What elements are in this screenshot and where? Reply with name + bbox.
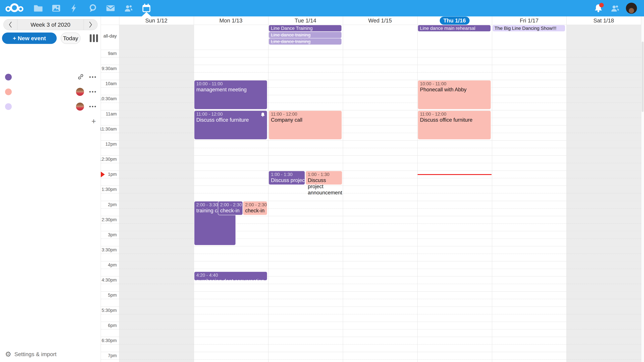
calendar-actions-menu-icon[interactable]: •••: [89, 103, 97, 111]
week-view-switcher-icon[interactable]: [88, 32, 100, 44]
half-hour-line: [101, 50, 641, 50]
calendar-color-dot: [5, 88, 12, 95]
event-time: 1:00 - 1:30: [271, 172, 303, 177]
all-day-event-title: Line Dance Training: [271, 26, 312, 31]
event-title: purchasing dept conversation: [196, 278, 265, 281]
calendar-event[interactable]: 11:00 - 12:00Discuss office furniture: [194, 110, 267, 140]
quarter-hour-line: [101, 178, 641, 178]
half-hour-line: [101, 291, 641, 292]
talk-app-icon[interactable]: [88, 3, 98, 13]
day-date-label: Fri 1/17: [520, 17, 538, 24]
top-navigation-bar: [0, 0, 644, 16]
half-hour-line: [101, 140, 641, 141]
calendar-color-dot: [5, 103, 12, 110]
event-time: 2:00 - 2:30: [220, 202, 240, 207]
day-header[interactable]: Sun 1/12: [119, 16, 194, 25]
event-title: Discuss office furniture: [196, 117, 265, 123]
day-date-label: Mon 1/13: [219, 17, 242, 24]
calendar-sidebar: Week 3 of 2020 + New event Today •••••••…: [0, 16, 100, 362]
event-time: 1:00 - 1:30: [308, 172, 340, 177]
settings-label: Settings & import: [14, 351, 56, 358]
quarter-hour-line: [101, 254, 641, 254]
event-title: Discuss project announcement: [308, 177, 340, 196]
nextcloud-logo-icon[interactable]: [5, 3, 24, 13]
day-header[interactable]: Tue 1/14: [268, 16, 343, 25]
new-calendar-button[interactable]: +: [0, 114, 100, 128]
calendar-event[interactable]: 10:00 - 11:00management meeting: [194, 80, 267, 109]
all-day-event[interactable]: Line dance training: [269, 32, 342, 38]
half-hour-line: [101, 276, 641, 277]
event-time: 10:00 - 11:00: [420, 81, 488, 86]
all-day-event[interactable]: Line dance training: [269, 38, 342, 44]
calendar-event[interactable]: 10:00 - 11:00Phonecall with Abby: [418, 80, 491, 109]
event-time: 11:00 - 12:00: [420, 111, 488, 117]
day-header[interactable]: Thu 1/16: [417, 16, 492, 25]
today-button[interactable]: Today: [61, 32, 80, 44]
grid-vertical-line: [566, 16, 567, 362]
calendar-event[interactable]: 11:00 - 12:00Company call: [268, 110, 342, 140]
quarter-hour-line: [101, 87, 641, 88]
contacts-menu-icon[interactable]: [610, 3, 620, 13]
event-title: Discuss office furniture: [420, 117, 488, 123]
day-header[interactable]: Mon 1/13: [194, 16, 268, 25]
calendar-event[interactable]: 2:00 - 2:30check-in: [218, 201, 243, 215]
quarter-hour-line: [101, 57, 641, 57]
day-header[interactable]: Wed 1/15: [343, 16, 418, 25]
calendar-actions-menu-icon[interactable]: •••: [89, 73, 97, 81]
mail-app-icon[interactable]: [106, 3, 116, 13]
scrollbar[interactable]: [641, 16, 644, 362]
calendar-event[interactable]: 2:00 - 2:30check-in: [243, 201, 268, 215]
calendar-event[interactable]: 1:00 - 1:30Discuss project announcement: [306, 171, 342, 185]
next-week-button[interactable]: [84, 19, 97, 30]
event-time: 10:00 - 11:00: [196, 81, 265, 86]
day-header[interactable]: Fri 1/17: [492, 16, 566, 25]
quarter-hour-line: [101, 223, 641, 224]
calendar-list-item[interactable]: •••: [0, 70, 100, 84]
half-hour-line: [101, 307, 641, 307]
quarter-hour-line: [101, 314, 641, 314]
quarter-hour-line: [101, 103, 641, 103]
week-range-label: Week 3 of 2020: [17, 19, 84, 30]
calendar-event[interactable]: 4:20 - 4:40purchasing dept conversation: [194, 272, 267, 281]
activity-app-icon[interactable]: [69, 3, 79, 13]
quarter-hour-line: [101, 239, 641, 239]
calendar-event[interactable]: 11:00 - 12:00Discuss office furniture: [418, 110, 491, 140]
settings-and-import[interactable]: ⚙ Settings & import: [0, 350, 100, 358]
half-hour-line: [101, 155, 641, 156]
day-header[interactable]: Sat 1/18: [566, 16, 641, 25]
event-title: Discuss project announcement: [271, 177, 303, 183]
calendar-event[interactable]: 1:00 - 1:30Discuss project announcement: [268, 171, 305, 185]
grid-vertical-line: [492, 16, 492, 362]
calendar-list-item[interactable]: •••: [0, 84, 100, 99]
half-hour-line: [101, 322, 641, 322]
contacts-app-icon[interactable]: [124, 3, 134, 13]
previous-week-button[interactable]: [4, 19, 17, 30]
share-link-icon[interactable]: [77, 73, 84, 81]
scrollbar-thumb[interactable]: [642, 41, 644, 112]
event-title: Company call: [271, 117, 340, 123]
plus-icon[interactable]: +: [92, 117, 96, 125]
event-time: 11:00 - 12:00: [196, 111, 265, 117]
quarter-hour-line: [101, 344, 641, 345]
all-day-event[interactable]: The Big Line Dancing Show!!!: [492, 25, 565, 31]
all-day-event[interactable]: Line Dance Training: [269, 25, 342, 31]
calendar-app-icon[interactable]: [142, 3, 151, 13]
active-app-caret: [142, 12, 151, 16]
sidebar-actions: + New event Today: [2, 32, 100, 44]
half-hour-line: [101, 65, 641, 65]
notifications-bell-icon[interactable]: [594, 3, 603, 13]
all-day-event-title: Line dance training: [271, 32, 310, 37]
all-day-event[interactable]: Line dance main rehearsal: [418, 25, 490, 31]
half-hour-line: [101, 95, 641, 95]
user-avatar[interactable]: [626, 3, 637, 14]
all-day-event-title: Line dance main rehearsal: [420, 26, 475, 31]
photos-app-icon[interactable]: [51, 3, 61, 13]
new-event-button[interactable]: + New event: [2, 32, 57, 44]
quarter-hour-line: [101, 208, 641, 209]
calendar-list-item[interactable]: •••: [0, 99, 100, 114]
calendar-actions-menu-icon[interactable]: •••: [89, 88, 97, 96]
half-hour-line: [101, 201, 641, 201]
files-app-icon[interactable]: [33, 3, 43, 13]
half-hour-line: [101, 186, 641, 186]
quarter-hour-line: [101, 284, 641, 284]
